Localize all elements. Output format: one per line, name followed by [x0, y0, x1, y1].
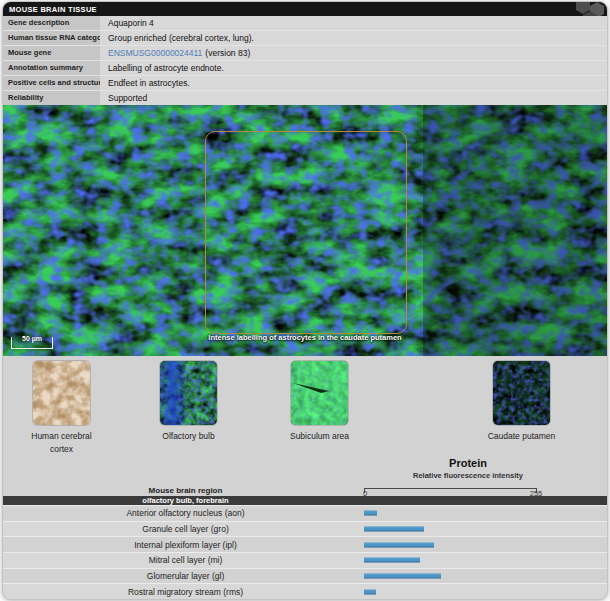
chart-row: Glomerular layer (gl) — [3, 568, 607, 584]
chart-row: Anterior olfactory nucleus (aon) — [3, 505, 607, 521]
section-header-label: olfactory bulb, forebrain — [3, 496, 368, 505]
info-label: Annotation summary — [3, 61, 100, 75]
table-row: Gene description Aquaporin 4 — [3, 16, 607, 31]
chart-rows: Anterior olfactory nucleus (aon)Granule … — [3, 505, 607, 599]
chart-bar — [364, 574, 441, 579]
chart-row-label: Granule cell layer (gro) — [3, 524, 368, 534]
panel-titlebar: MOUSE BRAIN TISSUE — [3, 2, 607, 16]
table-row: Reliability Supported — [3, 91, 607, 106]
thumbnail-image — [33, 361, 90, 425]
scale-bar: 50 µm — [11, 337, 53, 349]
mouse-gene-link[interactable]: ENSMUSG00000024411 — [108, 48, 202, 58]
chart-row-label: Internal plexiform layer (ipl) — [3, 540, 368, 550]
info-label: Mouse gene — [3, 46, 100, 60]
chart-title: Protein — [293, 457, 608, 469]
micrograph-caption: Intense labelling of astrocytes in the c… — [155, 333, 455, 342]
info-value: ENSMUSG00000024411(version 83) — [100, 46, 607, 60]
scale-bar-label: 50 µm — [12, 335, 52, 342]
intensity-axis — [364, 488, 537, 493]
chart-row-label: Mitral cell layer (mi) — [3, 555, 368, 565]
region-highlight-box — [205, 131, 407, 334]
chart-row: Rostral migratory stream (rms) — [3, 583, 607, 599]
thumbnail-image — [493, 361, 550, 425]
info-value: Supported — [100, 91, 607, 105]
thumbnail-label: Subiculum area — [277, 430, 362, 443]
chart-row: Granule cell layer (gro) — [3, 521, 607, 537]
chart-bar — [364, 511, 377, 516]
thumbnail-caudate-putamen[interactable] — [493, 361, 550, 425]
info-value: Aquaporin 4 — [100, 16, 607, 30]
table-row: Positive cells and structures Endfeet in… — [3, 76, 607, 91]
info-value: Endfeet in astrocytes. — [100, 76, 607, 90]
thumbnail-subiculum-area[interactable] — [291, 361, 348, 425]
thumbnail-image — [291, 361, 348, 425]
chart-bar — [364, 542, 434, 547]
info-value: Group enriched (cerebral cortex, lung). — [100, 31, 607, 45]
chart-row: Internal plexiform layer (ipl) — [3, 536, 607, 552]
hexagon-cluster-icon — [561, 2, 605, 16]
chart-row-label: Anterior olfactory nucleus (aon) — [3, 508, 368, 518]
table-row: Annotation summary Labelling of astrocyt… — [3, 61, 607, 76]
info-label: Gene description — [3, 16, 100, 30]
chart-row-label: Glomerular layer (gl) — [3, 571, 368, 581]
thumbnail-label: Olfactory bulb — [146, 430, 231, 443]
chart-row-label: Rostral migratory stream (rms) — [3, 587, 368, 597]
thumbnail-label: Human cerebral cortex — [19, 430, 104, 456]
table-row: Mouse gene ENSMUSG00000024411(version 83… — [3, 46, 607, 61]
panel-title: MOUSE BRAIN TISSUE — [9, 5, 97, 14]
chart-bar — [364, 558, 420, 563]
protein-expression-chart: Protein Relative fluorescence intensity … — [3, 454, 607, 599]
thumbnail-human-cerebral-cortex[interactable] — [33, 361, 90, 425]
region-thumbnails: Human cerebral cortex Olfactory bulb Sub… — [3, 356, 607, 454]
chart-row: Mitral cell layer (mi) — [3, 552, 607, 568]
chart-bar — [364, 527, 424, 532]
chart-subtitle: Relative fluorescence intensity — [293, 471, 608, 480]
row-axis-label: Mouse brain region — [3, 486, 368, 495]
thumbnail-image — [160, 361, 217, 425]
info-label: Positive cells and structures — [3, 76, 100, 90]
region-section-header: olfactory bulb, forebrain — [3, 496, 607, 505]
chart-bar — [364, 589, 376, 594]
thumbnail-olfactory-bulb[interactable] — [160, 361, 217, 425]
info-value: Labelling of astrocyte endnote. — [100, 61, 607, 75]
thumbnail-label: Caudate putamen — [479, 430, 564, 443]
info-label: Human tissue RNA category — [3, 31, 100, 45]
fluorescence-micrograph[interactable]: Intense labelling of astrocytes in the c… — [3, 105, 607, 356]
info-label: Reliability — [3, 91, 100, 105]
mouse-brain-tissue-panel: MOUSE BRAIN TISSUE Gene description Aqua… — [2, 1, 608, 600]
gene-info-table: Gene description Aquaporin 4 Human tissu… — [3, 16, 607, 106]
gene-version-text: (version 83) — [205, 48, 250, 58]
table-row: Human tissue RNA category Group enriched… — [3, 31, 607, 46]
